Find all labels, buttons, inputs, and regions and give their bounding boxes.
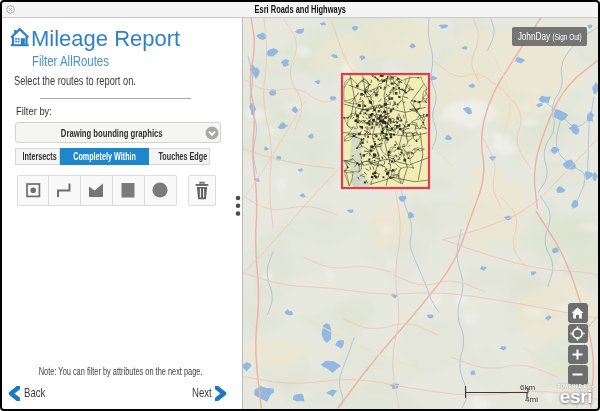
svg-text:4mi: 4mi (525, 395, 538, 404)
svg-text:6km: 6km (520, 383, 535, 392)
